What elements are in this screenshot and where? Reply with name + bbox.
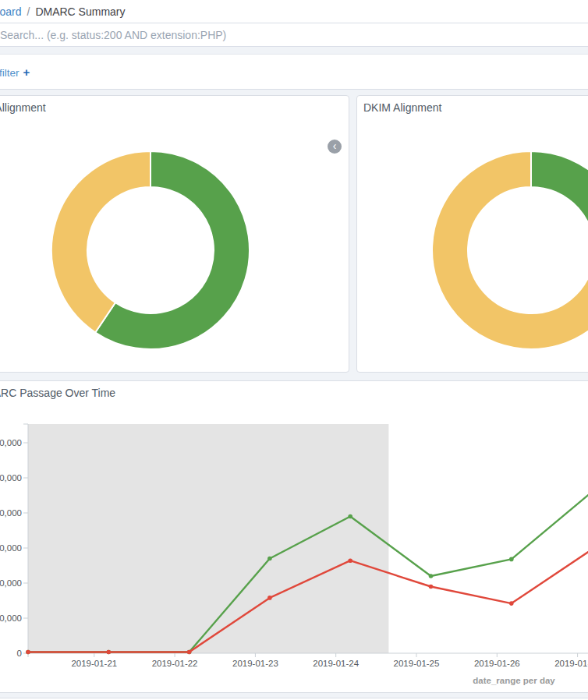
y-axis-tick-label: 200,000 <box>0 508 22 518</box>
series-point[interactable] <box>267 596 272 600</box>
legend-toggle-button[interactable]: ‹ <box>328 140 342 154</box>
filter-bar: Add a filter+ <box>0 54 588 90</box>
y-axis-tick-label: 250,000 <box>0 473 22 483</box>
add-filter-label: Add a filter <box>0 67 19 79</box>
breadcrumb-separator: / <box>27 5 30 18</box>
search-input[interactable] <box>0 23 588 46</box>
breadcrumb-link-dashboard[interactable]: Dashboard <box>0 5 22 18</box>
series-point[interactable] <box>187 650 192 655</box>
series-point[interactable] <box>429 585 434 589</box>
panel-dmarc-passage: DMARC Passage Over Time 050,000100,00015… <box>0 380 588 693</box>
x-axis-tick-label: 2019-01-23 <box>232 659 278 668</box>
panel-dkim-alignment: DKIM Alignment <box>356 95 588 373</box>
x-axis-title: date_range per day <box>473 676 555 685</box>
panel-title-spf: SPF Allignment <box>0 101 46 114</box>
y-axis-tick-label: 50,000 <box>0 613 22 623</box>
panel-spf-alignment: SPF Allignment ‹ <box>0 95 349 373</box>
dmarc-passage-line-chart[interactable]: 050,000100,000150,000200,000250,000300,0… <box>0 381 588 694</box>
x-axis-tick-label: 2019-01-27 <box>554 659 588 668</box>
panel-title-dkim: DKIM Alignment <box>363 101 441 114</box>
series-point[interactable] <box>267 557 272 561</box>
donut-slice[interactable] <box>531 151 588 263</box>
brush-selection-overlay[interactable] <box>28 424 388 653</box>
series-point[interactable] <box>26 650 30 655</box>
breadcrumb-current: DMARC Summary <box>35 5 125 18</box>
series-point[interactable] <box>107 650 112 655</box>
dashboard-viewport: Dashboard / DMARC Summary Add a filter+ … <box>0 0 588 700</box>
x-axis-tick-label: 2019-01-21 <box>71 659 117 668</box>
dashboard-stage: Dashboard / DMARC Summary Add a filter+ … <box>0 0 588 700</box>
y-axis-tick-label: 300,000 <box>0 438 22 447</box>
dkim-donut-chart[interactable] <box>422 141 588 359</box>
y-axis-tick-label: 100,000 <box>0 578 22 588</box>
x-axis-tick-label: 2019-01-22 <box>152 659 198 668</box>
y-axis-tick-label: 0 <box>17 649 22 658</box>
plus-icon: + <box>23 65 30 79</box>
breadcrumb: Dashboard / DMARC Summary <box>0 0 588 23</box>
x-axis-tick-label: 2019-01-24 <box>313 659 359 668</box>
x-axis-tick-label: 2019-01-25 <box>394 659 440 668</box>
search-bar <box>0 23 588 47</box>
donut-slice[interactable] <box>51 151 151 332</box>
series-point[interactable] <box>429 574 434 578</box>
spf-donut-chart[interactable] <box>41 141 260 359</box>
y-axis-tick-label: 150,000 <box>0 543 22 553</box>
series-point[interactable] <box>348 514 352 519</box>
x-axis-tick-label: 2019-01-26 <box>474 659 520 668</box>
series-point[interactable] <box>509 557 514 562</box>
series-point[interactable] <box>348 558 352 563</box>
add-filter-button[interactable]: Add a filter+ <box>0 65 30 79</box>
series-point[interactable] <box>509 601 514 606</box>
chevron-left-icon: ‹ <box>333 140 337 151</box>
